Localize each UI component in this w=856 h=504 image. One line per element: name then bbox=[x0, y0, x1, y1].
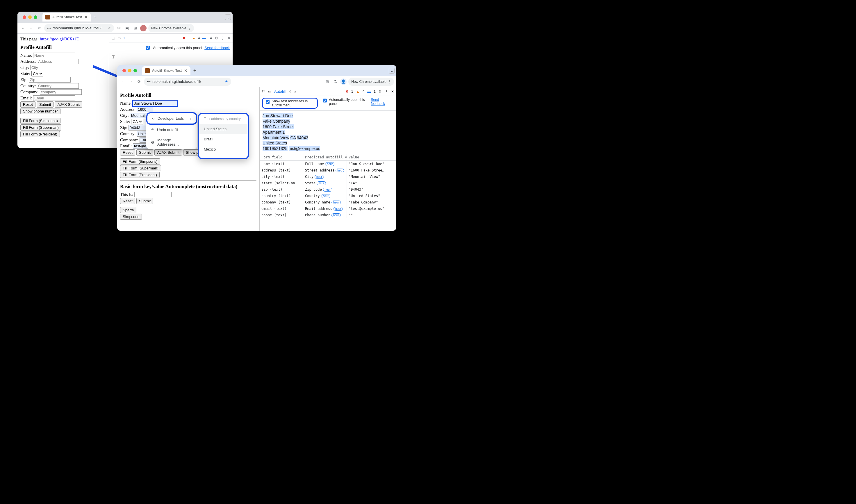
profile-avatar[interactable] bbox=[140, 25, 146, 31]
country-us-item[interactable]: United States bbox=[199, 124, 248, 134]
country-mexico-item[interactable]: Mexico bbox=[199, 144, 248, 154]
warning-icon[interactable]: ▲ bbox=[192, 36, 196, 40]
gear-icon[interactable]: ⚙ bbox=[378, 90, 382, 94]
maximize-window-icon[interactable] bbox=[133, 69, 137, 72]
labs-flask-icon[interactable]: ⚗ bbox=[332, 78, 338, 85]
browser-tab[interactable]: Autofill Smoke Test ✕ bbox=[42, 13, 91, 21]
browser-tab[interactable]: Autofill Smoke Test ✕ bbox=[142, 66, 191, 75]
inspect-icon[interactable]: ⬚ bbox=[262, 90, 265, 94]
extension-icon[interactable]: ▣ bbox=[124, 25, 130, 31]
close-window-icon[interactable] bbox=[23, 15, 26, 19]
scissors-icon[interactable]: ✂ bbox=[116, 25, 122, 31]
gear-icon[interactable]: ⚙ bbox=[215, 36, 218, 40]
tab-close-icon[interactable]: ✕ bbox=[84, 15, 88, 19]
fill-president-button[interactable]: Fill Form (President) bbox=[20, 131, 60, 137]
fill-simpsons-button[interactable]: Fill Form (Simpsons) bbox=[20, 118, 60, 124]
new-tab-button[interactable]: + bbox=[193, 68, 197, 74]
tab-search-button[interactable]: ⌄ bbox=[389, 68, 395, 74]
table-row[interactable]: zip (text)Zip codeheur"94043" bbox=[260, 186, 396, 193]
developer-tools-item[interactable]: ‹› Developer tools › bbox=[146, 112, 197, 125]
address-input[interactable] bbox=[137, 107, 153, 112]
country-input[interactable] bbox=[37, 83, 79, 89]
ajax-submit-button[interactable]: AJAX Submit bbox=[55, 102, 82, 108]
back-button[interactable]: ← bbox=[20, 25, 26, 31]
submit-button[interactable]: Submit bbox=[37, 102, 54, 108]
submit-button[interactable]: Submit bbox=[136, 149, 153, 156]
close-devtools-icon[interactable]: ✕ bbox=[227, 36, 230, 40]
table-row[interactable]: city (text)Cityheur"Mountain View" bbox=[260, 174, 396, 180]
tab-search-button[interactable]: ⌄ bbox=[225, 14, 231, 20]
send-feedback-link[interactable]: Send feedback bbox=[204, 46, 230, 50]
page-link[interactable]: https://goo.gl/B6Xs1E bbox=[40, 37, 79, 41]
table-row[interactable]: name (text)Full nameheur"Jon Stewart Doe… bbox=[260, 161, 396, 167]
table-row[interactable]: company (text)Company nameheur"Fake Comp… bbox=[260, 199, 396, 205]
update-chip[interactable]: New Chrome available ⋮ bbox=[348, 78, 394, 86]
zip-input[interactable] bbox=[29, 77, 71, 83]
table-row[interactable]: state (select-on…Stateheur"CA" bbox=[260, 180, 396, 186]
kebab-icon[interactable]: ⋮ bbox=[385, 90, 388, 94]
name-input[interactable] bbox=[133, 101, 177, 106]
maximize-window-icon[interactable] bbox=[34, 15, 37, 19]
show-phone-button[interactable]: Show phone number bbox=[20, 108, 60, 114]
thisis-input[interactable] bbox=[134, 192, 172, 197]
site-settings-icon[interactable]: ⊷ bbox=[47, 26, 51, 30]
update-chip[interactable]: New Chrome available ⋮ bbox=[148, 24, 194, 32]
reset-button[interactable]: Reset bbox=[20, 102, 35, 108]
error-icon[interactable]: ✖ bbox=[183, 36, 185, 40]
table-row[interactable]: email (text)Email addressheur"test@examp… bbox=[260, 205, 396, 212]
send-feedback-link[interactable]: Send feedback bbox=[371, 98, 394, 106]
device-toggle-icon[interactable]: ▭ bbox=[118, 36, 121, 40]
reset-button[interactable]: Reset bbox=[120, 149, 135, 156]
basic-submit-button[interactable]: Submit bbox=[136, 198, 153, 204]
email-input[interactable] bbox=[33, 95, 75, 101]
address-bar[interactable]: ⊷ rsolomakhin.github.io/autofill/ ★ bbox=[144, 78, 231, 86]
simpsons-button[interactable]: Simpsons bbox=[120, 214, 142, 220]
close-devtools-icon[interactable]: ✕ bbox=[391, 90, 394, 94]
address-input[interactable] bbox=[37, 59, 79, 64]
reload-button[interactable]: ⟳ bbox=[136, 78, 142, 85]
state-select[interactable]: CA bbox=[31, 71, 43, 76]
name-input[interactable] bbox=[33, 53, 75, 58]
warning-icon[interactable]: ▲ bbox=[356, 90, 360, 94]
more-tabs-icon[interactable]: » bbox=[124, 36, 126, 40]
table-row[interactable]: country (text)Countryheur"United States" bbox=[260, 193, 396, 199]
reload-button[interactable]: ⟳ bbox=[36, 25, 42, 31]
site-settings-icon[interactable]: ⊷ bbox=[147, 79, 150, 84]
fill-president-button[interactable]: Fill Form (President) bbox=[120, 172, 160, 178]
close-window-icon[interactable] bbox=[122, 69, 126, 72]
address-bar[interactable]: ⊷ rsolomakhin.github.io/autofill/ ☆ bbox=[44, 24, 114, 32]
ajax-submit-button[interactable]: AJAX Submit bbox=[155, 149, 182, 156]
info-icon[interactable]: ▬ bbox=[202, 36, 206, 40]
show-test-addresses-checkbox[interactable] bbox=[266, 100, 269, 104]
minimize-window-icon[interactable] bbox=[28, 15, 32, 19]
fill-simpsons-button[interactable]: Fill Form (Simpsons) bbox=[120, 158, 160, 164]
fill-superman-button[interactable]: Fill Form (Superman) bbox=[120, 165, 161, 171]
device-toggle-icon[interactable]: ▭ bbox=[268, 90, 271, 94]
basic-reset-button[interactable]: Reset bbox=[120, 198, 135, 204]
minimize-window-icon[interactable] bbox=[128, 69, 131, 72]
new-tab-button[interactable]: + bbox=[94, 14, 97, 20]
country-brazil-item[interactable]: Brazil bbox=[199, 134, 248, 144]
undo-autofill-item[interactable]: ↶ Undo autofill bbox=[146, 125, 197, 135]
manage-addresses-item[interactable]: ⚙ Manage Addresses… bbox=[146, 135, 197, 149]
table-row[interactable]: phone (text)Phone numberheur"" bbox=[260, 212, 396, 218]
inspect-icon[interactable]: ⬚ bbox=[111, 36, 114, 40]
table-row[interactable]: address (text)Street addressheu"1600 Fak… bbox=[260, 167, 396, 174]
bookmark-star-icon[interactable]: ★ bbox=[225, 79, 228, 84]
auto-open-checkbox[interactable] bbox=[323, 98, 327, 103]
company-input[interactable] bbox=[40, 89, 82, 95]
tab-close-icon[interactable]: ✕ bbox=[184, 69, 188, 73]
info-icon[interactable]: ▬ bbox=[367, 90, 371, 94]
extensions-puzzle-icon[interactable]: ⊞ bbox=[324, 78, 330, 85]
kebab-icon[interactable]: ⋮ bbox=[221, 36, 225, 40]
bookmark-star-icon[interactable]: ☆ bbox=[108, 26, 111, 30]
error-icon[interactable]: ✖ bbox=[345, 90, 348, 94]
profile-avatar[interactable]: 👤 bbox=[340, 78, 346, 85]
extensions-puzzle-icon[interactable]: ⊞ bbox=[132, 25, 138, 31]
back-button[interactable]: ← bbox=[120, 78, 126, 85]
more-tabs-icon[interactable]: » bbox=[294, 90, 296, 94]
fill-superman-button[interactable]: Fill Form (Superman) bbox=[20, 124, 61, 130]
sparta-button[interactable]: Sparta bbox=[120, 207, 136, 213]
city-input[interactable] bbox=[30, 65, 72, 70]
auto-open-checkbox[interactable] bbox=[146, 46, 150, 50]
